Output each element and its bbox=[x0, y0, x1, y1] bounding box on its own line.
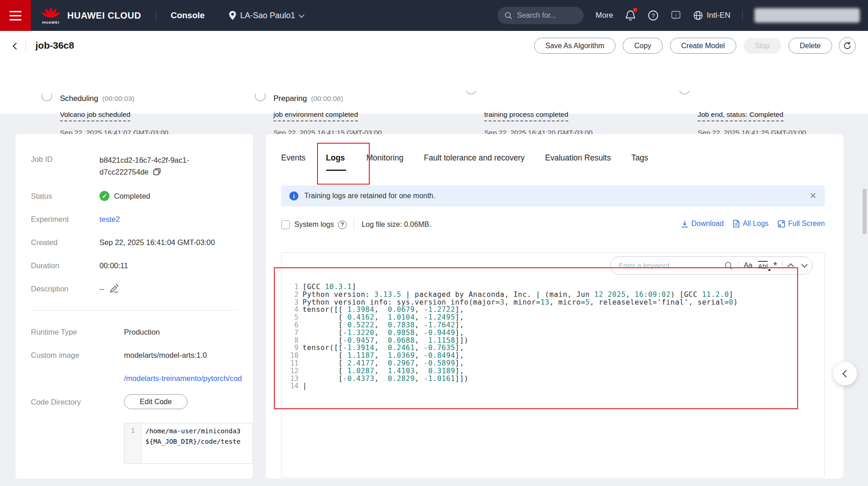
log-line: 4 tensor([[ 1.3984, 0.0679, -1.2722], bbox=[284, 306, 823, 314]
toolbar-button[interactable]: Create Model bbox=[670, 38, 736, 54]
banner-message: Training logs are retained for one month… bbox=[304, 192, 435, 200]
retention-banner: i Training logs are retained for one mon… bbox=[281, 185, 825, 206]
log-line-text: Python version: 3.13.5 | packaged by Ana… bbox=[303, 291, 734, 299]
feedback-button[interactable]: i bbox=[670, 10, 681, 21]
toolbar-button[interactable]: Stop bbox=[744, 38, 781, 54]
status-success-icon: ✓ bbox=[99, 191, 109, 201]
banner-close-icon[interactable]: ✕ bbox=[809, 190, 817, 201]
previous-match-button[interactable] bbox=[788, 263, 794, 270]
language-selector[interactable]: Intl-EN bbox=[693, 10, 730, 20]
experiment-link[interactable]: teste2 bbox=[99, 215, 120, 223]
action-toolbar: Save As Algorithm Copy Create Model Stop… bbox=[534, 38, 832, 54]
log-line-number: 3 bbox=[284, 299, 303, 306]
log-line-number: 5 bbox=[284, 314, 303, 321]
huawei-logo-text: HUAWEI bbox=[42, 20, 60, 25]
log-line-number: 14 bbox=[284, 382, 303, 390]
tab-item[interactable]: Monitoring bbox=[367, 153, 404, 171]
status-label: Status bbox=[31, 191, 99, 201]
tab-item[interactable]: Events bbox=[281, 153, 306, 171]
log-line: 3 Python version info: sys.version_info(… bbox=[284, 299, 823, 306]
custom-image-value: modelarts/model-arts:1.0 bbox=[124, 350, 207, 360]
stage-duration: (00:00:08) bbox=[311, 95, 343, 102]
search-icon bbox=[505, 12, 512, 20]
system-logs-checkbox[interactable] bbox=[281, 220, 290, 229]
region-selector[interactable]: LA-Sao Paulo1 bbox=[228, 10, 303, 20]
download-link[interactable]: Download bbox=[681, 220, 724, 228]
log-line-text: [-0.9457, 0.0688, 1.1158]]) bbox=[303, 337, 469, 345]
runtime-type-label: Runtime Type bbox=[31, 327, 124, 337]
title-divider bbox=[25, 41, 26, 52]
full-screen-link[interactable]: Full Screen bbox=[778, 220, 825, 228]
system-logs-help-icon[interactable]: ? bbox=[338, 220, 347, 229]
stage-event-link[interactable]: Job end, status: Completed bbox=[698, 110, 784, 121]
collapse-panel-button[interactable] bbox=[833, 361, 857, 386]
match-case-toggle[interactable]: Aa bbox=[744, 261, 753, 270]
svg-text:i: i bbox=[675, 12, 676, 18]
refresh-button[interactable] bbox=[839, 37, 856, 54]
job-id-row: Job ID b8421cd2-16c7-4c2f-9ac1- d7cc2227… bbox=[31, 154, 253, 178]
stage-name: Preparing(00:00:08) bbox=[273, 94, 343, 103]
account-name-blurred[interactable] bbox=[754, 8, 860, 23]
job-tabs-card: Events Logs Monitoring Fault tolerance a… bbox=[266, 134, 843, 479]
log-line-number: 12 bbox=[284, 367, 303, 375]
stage-event-link[interactable]: training process completed bbox=[484, 110, 568, 121]
log-line: 8 [-0.9457, 0.0688, 1.1158]]) bbox=[284, 337, 823, 345]
stage-event-link[interactable]: Volcano job scheduled bbox=[60, 110, 130, 121]
global-search-input[interactable]: Search for... bbox=[497, 7, 584, 24]
log-line-number: 8 bbox=[284, 337, 303, 345]
created-row: Created Sep 22, 2025 16:41:04 GMT-03:00 bbox=[31, 237, 253, 247]
regex-toggle[interactable]: * bbox=[773, 263, 777, 268]
log-line: 2 Python version: 3.13.5 | packaged by A… bbox=[284, 291, 823, 299]
log-line-text: [-1.3220, 0.9858, -0.9449], bbox=[303, 329, 464, 337]
document-icon bbox=[733, 220, 740, 228]
svg-text:?: ? bbox=[651, 12, 655, 19]
match-word-toggle[interactable]: Abl bbox=[758, 261, 768, 270]
controls-divider bbox=[354, 220, 354, 230]
log-line: 5 [ 0.4162, 1.0104, -1.2495], bbox=[284, 314, 823, 321]
experiment-label: Experiment bbox=[31, 214, 99, 224]
search-icon[interactable] bbox=[724, 261, 733, 270]
stage-circle-icon bbox=[41, 94, 55, 105]
back-button[interactable] bbox=[10, 40, 22, 52]
job-details-card: Job ID b8421cd2-16c7-4c2f-9ac1- d7cc2227… bbox=[15, 134, 253, 479]
next-match-button[interactable] bbox=[801, 261, 808, 268]
notifications-button[interactable] bbox=[625, 10, 636, 21]
notification-badge-dot bbox=[633, 8, 637, 12]
menu-hamburger-button[interactable] bbox=[0, 0, 31, 31]
edit-code-button[interactable]: Edit Code bbox=[124, 394, 188, 409]
log-line-text: [ 2.4177, 0.2967, -0.5899], bbox=[303, 360, 464, 367]
more-menu[interactable]: More bbox=[595, 11, 613, 20]
log-line-number: 10 bbox=[284, 352, 303, 360]
log-line-text: | bbox=[303, 382, 307, 390]
log-line-text: [GCC 10.3.1] bbox=[303, 283, 357, 291]
huawei-logo[interactable]: HUAWEI bbox=[42, 6, 60, 25]
description-row: Description -- bbox=[31, 284, 253, 294]
refresh-icon bbox=[843, 41, 852, 50]
help-button[interactable]: ? bbox=[648, 10, 659, 21]
edit-description-icon[interactable] bbox=[110, 284, 119, 293]
toolbar-button[interactable]: Copy bbox=[623, 38, 662, 54]
tab-item[interactable]: Evaluation Results bbox=[545, 153, 611, 171]
code-directory-link[interactable]: /modelarts-treinamento/pytorch/cod bbox=[124, 374, 242, 382]
tab-item[interactable]: Logs bbox=[326, 153, 346, 171]
console-link[interactable]: Console bbox=[171, 10, 205, 20]
copy-icon[interactable] bbox=[153, 168, 161, 175]
log-line-text: tensor([[-1.3914, 0.2461, -0.7635], bbox=[303, 344, 464, 352]
log-search-input[interactable] bbox=[619, 261, 724, 270]
stage-event-link[interactable]: job environment completed bbox=[273, 110, 358, 121]
toolbar-button[interactable]: Save As Algorithm bbox=[534, 38, 616, 54]
tab-item[interactable]: Fault tolerance and recovery bbox=[424, 153, 525, 171]
back-chevron-icon bbox=[12, 42, 20, 50]
log-line-number: 2 bbox=[284, 291, 303, 299]
tab-item[interactable]: Tags bbox=[631, 153, 648, 171]
globe-icon bbox=[693, 10, 703, 20]
description-label: Description bbox=[31, 284, 99, 294]
duration-value: 00:00:11 bbox=[99, 261, 128, 271]
search-divider bbox=[782, 261, 783, 271]
log-line: 10 [ 1.1187, 1.0369, -0.8494], bbox=[284, 352, 823, 360]
log-line-text: [ 1.1187, 1.0369, -0.8494], bbox=[303, 352, 464, 360]
log-content: 1 [GCC 10.3.1] 2 Python version: 3.13.5 … bbox=[284, 283, 823, 390]
page-scrollbar-thumb[interactable] bbox=[863, 189, 867, 234]
toolbar-button[interactable]: Delete bbox=[789, 38, 832, 54]
all-logs-link[interactable]: All Logs bbox=[733, 220, 769, 228]
